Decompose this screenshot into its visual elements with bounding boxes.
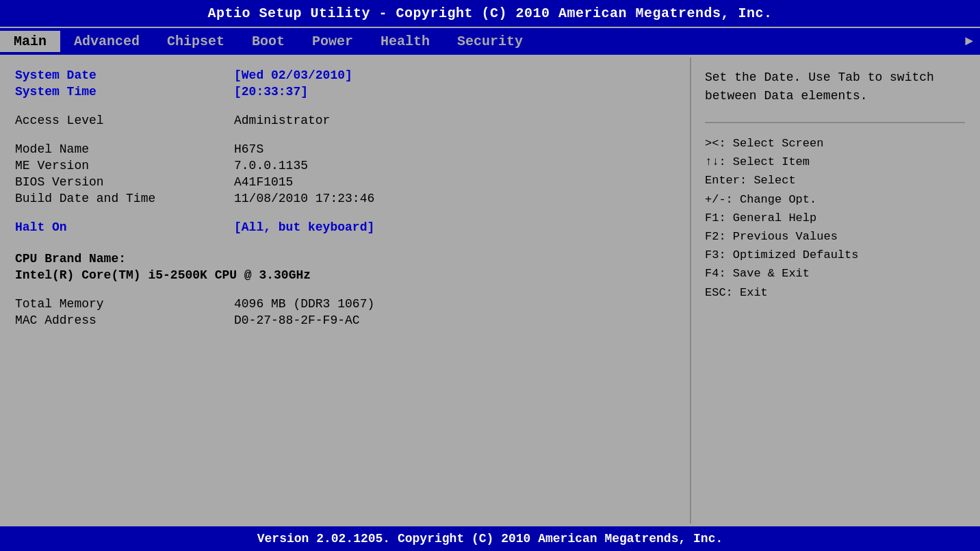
me-version-value: 7.0.0.1135 xyxy=(234,159,308,172)
right-panel: Set the Date. Use Tab to switch between … xyxy=(691,57,979,524)
access-level-value: Administrator xyxy=(234,114,330,127)
access-level-row: Access Level Administrator xyxy=(15,114,676,127)
main-content: System Date [Wed 02/03/2010] System Time… xyxy=(0,56,980,525)
model-name-value: H67S xyxy=(234,142,263,156)
nav-tab-power[interactable]: Power xyxy=(298,31,367,52)
build-date-value: 11/08/2010 17:23:46 xyxy=(234,192,374,205)
key-hint: ESC: Exit xyxy=(705,283,965,302)
help-divider xyxy=(705,122,965,123)
me-version-row: ME Version 7.0.0.1135 xyxy=(15,159,676,172)
key-hint: F1: General Help xyxy=(705,209,965,227)
system-date-label: System Date xyxy=(15,68,234,82)
bios-version-row: BIOS Version A41F1015 xyxy=(15,175,676,189)
key-hint: Enter: Select xyxy=(705,171,965,190)
cpu-brand-value: Intel(R) Core(TM) i5-2500K CPU @ 3.30GHz xyxy=(15,268,311,282)
bios-version-value: A41F1015 xyxy=(234,175,293,189)
system-time-value[interactable]: [20:33:37] xyxy=(234,85,308,99)
title-text: Aptio Setup Utility - Copyright (C) 2010… xyxy=(207,5,772,21)
bios-screen: Aptio Setup Utility - Copyright (C) 2010… xyxy=(0,0,980,551)
nav-tab-boot[interactable]: Boot xyxy=(238,31,298,52)
nav-tab-chipset[interactable]: Chipset xyxy=(153,31,238,52)
me-version-label: ME Version xyxy=(15,159,234,172)
build-date-label: Build Date and Time xyxy=(15,192,234,205)
access-level-label: Access Level xyxy=(15,114,234,127)
nav-tab-main[interactable]: Main xyxy=(0,31,60,52)
footer-text: Version 2.02.1205. Copyright (C) 2010 Am… xyxy=(257,532,723,546)
help-description: Set the Date. Use Tab to switch between … xyxy=(705,68,965,105)
mac-address-value: D0-27-88-2F-F9-AC xyxy=(234,313,360,327)
key-hint: ><: Select Screen xyxy=(705,134,965,153)
system-date-row: System Date [Wed 02/03/2010] xyxy=(15,68,676,82)
total-memory-value: 4096 MB (DDR3 1067) xyxy=(234,297,374,311)
system-date-value[interactable]: [Wed 02/03/2010] xyxy=(234,68,352,82)
halt-on-value[interactable]: [All, but keyboard] xyxy=(234,220,374,234)
nav-tab-security[interactable]: Security xyxy=(443,31,537,52)
halt-on-row: Halt On [All, but keyboard] xyxy=(15,220,676,234)
bios-version-label: BIOS Version xyxy=(15,175,234,189)
nav-arrow: ► xyxy=(965,34,980,49)
model-name-label: Model Name xyxy=(15,142,234,156)
system-time-label: System Time xyxy=(15,85,234,99)
nav-tab-health[interactable]: Health xyxy=(367,31,443,52)
cpu-brand-label: CPU Brand Name: xyxy=(15,252,126,266)
model-name-row: Model Name H67S xyxy=(15,142,676,156)
mac-address-row: MAC Address D0-27-88-2F-F9-AC xyxy=(15,313,676,327)
title-bar: Aptio Setup Utility - Copyright (C) 2010… xyxy=(0,0,980,27)
key-hint: ↑↓: Select Item xyxy=(705,153,965,171)
key-hint: F4: Save & Exit xyxy=(705,264,965,283)
nav-tab-advanced[interactable]: Advanced xyxy=(60,31,153,52)
cpu-block: CPU Brand Name: Intel(R) Core(TM) i5-250… xyxy=(15,252,676,282)
total-memory-row: Total Memory 4096 MB (DDR3 1067) xyxy=(15,297,676,311)
key-hint: F3: Optimized Defaults xyxy=(705,246,965,264)
left-panel: System Date [Wed 02/03/2010] System Time… xyxy=(1,57,691,524)
total-memory-label: Total Memory xyxy=(15,297,234,311)
nav-bar: MainAdvancedChipsetBootPowerHealthSecuri… xyxy=(0,27,980,56)
footer: Version 2.02.1205. Copyright (C) 2010 Am… xyxy=(0,525,980,551)
key-hint: +/-: Change Opt. xyxy=(705,190,965,209)
key-hint: F2: Previous Values xyxy=(705,227,965,246)
mac-address-label: MAC Address xyxy=(15,313,234,327)
build-date-row: Build Date and Time 11/08/2010 17:23:46 xyxy=(15,192,676,205)
halt-on-label: Halt On xyxy=(15,220,234,234)
system-time-row: System Time [20:33:37] xyxy=(15,85,676,99)
